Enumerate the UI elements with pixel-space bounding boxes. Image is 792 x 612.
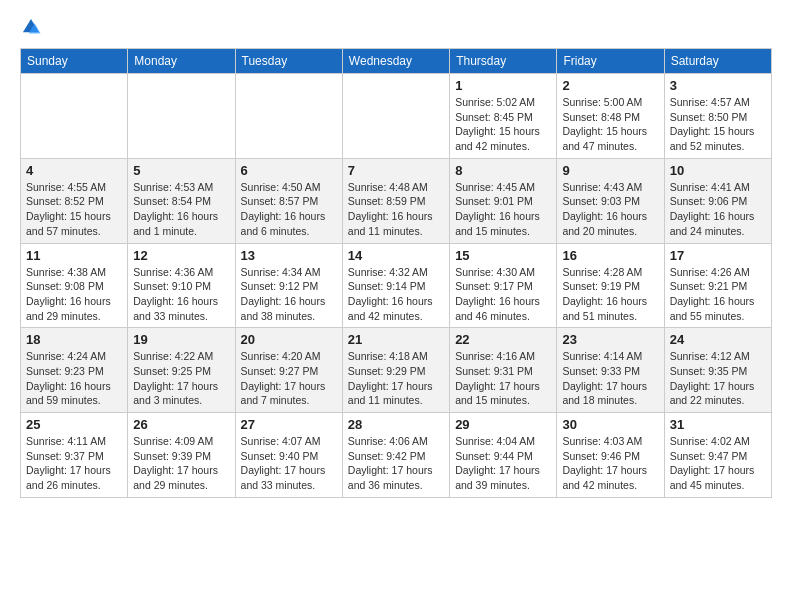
day-number: 31	[670, 417, 766, 432]
day-number: 20	[241, 332, 337, 347]
page: Sunday Monday Tuesday Wednesday Thursday…	[0, 0, 792, 514]
day-info: Sunrise: 4:41 AMSunset: 9:06 PMDaylight:…	[670, 180, 766, 239]
calendar-cell	[21, 74, 128, 159]
calendar-cell: 24Sunrise: 4:12 AMSunset: 9:35 PMDayligh…	[664, 328, 771, 413]
day-number: 14	[348, 248, 444, 263]
day-info: Sunrise: 4:02 AMSunset: 9:47 PMDaylight:…	[670, 434, 766, 493]
calendar-cell: 4Sunrise: 4:55 AMSunset: 8:52 PMDaylight…	[21, 158, 128, 243]
header-row: Sunday Monday Tuesday Wednesday Thursday…	[21, 49, 772, 74]
day-info: Sunrise: 4:16 AMSunset: 9:31 PMDaylight:…	[455, 349, 551, 408]
calendar-cell: 29Sunrise: 4:04 AMSunset: 9:44 PMDayligh…	[450, 413, 557, 498]
calendar-cell: 20Sunrise: 4:20 AMSunset: 9:27 PMDayligh…	[235, 328, 342, 413]
day-number: 24	[670, 332, 766, 347]
col-monday: Monday	[128, 49, 235, 74]
day-info: Sunrise: 4:50 AMSunset: 8:57 PMDaylight:…	[241, 180, 337, 239]
week-row-1: 1Sunrise: 5:02 AMSunset: 8:45 PMDaylight…	[21, 74, 772, 159]
day-info: Sunrise: 4:38 AMSunset: 9:08 PMDaylight:…	[26, 265, 122, 324]
day-info: Sunrise: 4:53 AMSunset: 8:54 PMDaylight:…	[133, 180, 229, 239]
col-friday: Friday	[557, 49, 664, 74]
day-info: Sunrise: 4:09 AMSunset: 9:39 PMDaylight:…	[133, 434, 229, 493]
day-info: Sunrise: 5:02 AMSunset: 8:45 PMDaylight:…	[455, 95, 551, 154]
calendar-cell: 3Sunrise: 4:57 AMSunset: 8:50 PMDaylight…	[664, 74, 771, 159]
calendar-cell: 13Sunrise: 4:34 AMSunset: 9:12 PMDayligh…	[235, 243, 342, 328]
day-number: 2	[562, 78, 658, 93]
calendar-cell	[235, 74, 342, 159]
calendar-cell: 30Sunrise: 4:03 AMSunset: 9:46 PMDayligh…	[557, 413, 664, 498]
day-info: Sunrise: 4:28 AMSunset: 9:19 PMDaylight:…	[562, 265, 658, 324]
calendar-cell	[128, 74, 235, 159]
day-number: 6	[241, 163, 337, 178]
day-number: 8	[455, 163, 551, 178]
day-number: 13	[241, 248, 337, 263]
day-info: Sunrise: 4:26 AMSunset: 9:21 PMDaylight:…	[670, 265, 766, 324]
day-number: 22	[455, 332, 551, 347]
day-number: 19	[133, 332, 229, 347]
calendar-cell: 1Sunrise: 5:02 AMSunset: 8:45 PMDaylight…	[450, 74, 557, 159]
day-number: 7	[348, 163, 444, 178]
calendar-cell: 8Sunrise: 4:45 AMSunset: 9:01 PMDaylight…	[450, 158, 557, 243]
logo	[20, 16, 46, 38]
calendar-cell: 21Sunrise: 4:18 AMSunset: 9:29 PMDayligh…	[342, 328, 449, 413]
day-number: 23	[562, 332, 658, 347]
calendar-cell: 31Sunrise: 4:02 AMSunset: 9:47 PMDayligh…	[664, 413, 771, 498]
day-number: 30	[562, 417, 658, 432]
calendar-cell: 22Sunrise: 4:16 AMSunset: 9:31 PMDayligh…	[450, 328, 557, 413]
day-number: 5	[133, 163, 229, 178]
calendar-cell: 14Sunrise: 4:32 AMSunset: 9:14 PMDayligh…	[342, 243, 449, 328]
calendar-cell: 25Sunrise: 4:11 AMSunset: 9:37 PMDayligh…	[21, 413, 128, 498]
calendar-cell: 10Sunrise: 4:41 AMSunset: 9:06 PMDayligh…	[664, 158, 771, 243]
week-row-2: 4Sunrise: 4:55 AMSunset: 8:52 PMDaylight…	[21, 158, 772, 243]
header	[20, 16, 772, 38]
col-saturday: Saturday	[664, 49, 771, 74]
col-thursday: Thursday	[450, 49, 557, 74]
calendar-body: 1Sunrise: 5:02 AMSunset: 8:45 PMDaylight…	[21, 74, 772, 498]
calendar-cell: 5Sunrise: 4:53 AMSunset: 8:54 PMDaylight…	[128, 158, 235, 243]
day-info: Sunrise: 4:04 AMSunset: 9:44 PMDaylight:…	[455, 434, 551, 493]
day-info: Sunrise: 4:45 AMSunset: 9:01 PMDaylight:…	[455, 180, 551, 239]
day-info: Sunrise: 4:34 AMSunset: 9:12 PMDaylight:…	[241, 265, 337, 324]
day-number: 21	[348, 332, 444, 347]
calendar-cell: 17Sunrise: 4:26 AMSunset: 9:21 PMDayligh…	[664, 243, 771, 328]
calendar-cell: 7Sunrise: 4:48 AMSunset: 8:59 PMDaylight…	[342, 158, 449, 243]
day-info: Sunrise: 4:36 AMSunset: 9:10 PMDaylight:…	[133, 265, 229, 324]
col-wednesday: Wednesday	[342, 49, 449, 74]
day-number: 15	[455, 248, 551, 263]
calendar-cell: 11Sunrise: 4:38 AMSunset: 9:08 PMDayligh…	[21, 243, 128, 328]
day-info: Sunrise: 4:43 AMSunset: 9:03 PMDaylight:…	[562, 180, 658, 239]
day-number: 4	[26, 163, 122, 178]
day-number: 10	[670, 163, 766, 178]
day-info: Sunrise: 4:30 AMSunset: 9:17 PMDaylight:…	[455, 265, 551, 324]
day-info: Sunrise: 4:55 AMSunset: 8:52 PMDaylight:…	[26, 180, 122, 239]
day-info: Sunrise: 4:03 AMSunset: 9:46 PMDaylight:…	[562, 434, 658, 493]
logo-icon	[20, 16, 42, 38]
week-row-4: 18Sunrise: 4:24 AMSunset: 9:23 PMDayligh…	[21, 328, 772, 413]
day-number: 27	[241, 417, 337, 432]
day-number: 28	[348, 417, 444, 432]
calendar-cell	[342, 74, 449, 159]
calendar-cell: 19Sunrise: 4:22 AMSunset: 9:25 PMDayligh…	[128, 328, 235, 413]
calendar-header: Sunday Monday Tuesday Wednesday Thursday…	[21, 49, 772, 74]
calendar-cell: 2Sunrise: 5:00 AMSunset: 8:48 PMDaylight…	[557, 74, 664, 159]
day-info: Sunrise: 4:18 AMSunset: 9:29 PMDaylight:…	[348, 349, 444, 408]
day-info: Sunrise: 4:57 AMSunset: 8:50 PMDaylight:…	[670, 95, 766, 154]
calendar-cell: 27Sunrise: 4:07 AMSunset: 9:40 PMDayligh…	[235, 413, 342, 498]
day-number: 11	[26, 248, 122, 263]
day-info: Sunrise: 4:07 AMSunset: 9:40 PMDaylight:…	[241, 434, 337, 493]
day-info: Sunrise: 4:48 AMSunset: 8:59 PMDaylight:…	[348, 180, 444, 239]
calendar: Sunday Monday Tuesday Wednesday Thursday…	[20, 48, 772, 498]
col-tuesday: Tuesday	[235, 49, 342, 74]
day-number: 1	[455, 78, 551, 93]
day-info: Sunrise: 4:32 AMSunset: 9:14 PMDaylight:…	[348, 265, 444, 324]
day-info: Sunrise: 4:06 AMSunset: 9:42 PMDaylight:…	[348, 434, 444, 493]
day-number: 9	[562, 163, 658, 178]
calendar-cell: 12Sunrise: 4:36 AMSunset: 9:10 PMDayligh…	[128, 243, 235, 328]
calendar-cell: 23Sunrise: 4:14 AMSunset: 9:33 PMDayligh…	[557, 328, 664, 413]
calendar-cell: 16Sunrise: 4:28 AMSunset: 9:19 PMDayligh…	[557, 243, 664, 328]
day-info: Sunrise: 4:14 AMSunset: 9:33 PMDaylight:…	[562, 349, 658, 408]
day-number: 18	[26, 332, 122, 347]
calendar-cell: 6Sunrise: 4:50 AMSunset: 8:57 PMDaylight…	[235, 158, 342, 243]
week-row-5: 25Sunrise: 4:11 AMSunset: 9:37 PMDayligh…	[21, 413, 772, 498]
day-number: 26	[133, 417, 229, 432]
day-number: 17	[670, 248, 766, 263]
week-row-3: 11Sunrise: 4:38 AMSunset: 9:08 PMDayligh…	[21, 243, 772, 328]
